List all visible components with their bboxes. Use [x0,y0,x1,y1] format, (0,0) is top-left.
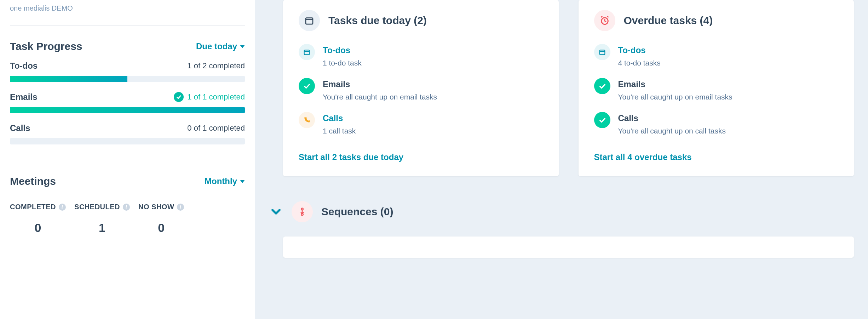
meetings-grid: COMPLETED i 0 SCHEDULED i 1 NO SHOW i 0 [10,203,245,235]
sequences-section-header: Sequences (0) [269,201,854,222]
chevron-down-icon[interactable] [269,205,283,219]
alarm-clock-icon [594,10,615,31]
progress-label: Calls [10,123,30,133]
task-line-emails: Emails You're all caught up on email tas… [299,78,543,101]
svg-rect-2 [304,50,310,55]
task-progress-filter-dropdown[interactable]: Due today [196,41,245,51]
sequences-icon [292,201,313,222]
meeting-col-value: 1 [74,221,130,235]
sidebar: one medialis DEMO Task Progress Due toda… [0,0,255,319]
progress-row-todos: To-dos 1 of 2 completed [10,61,245,82]
start-overdue-tasks-link[interactable]: Start all 4 overdue tasks [594,152,692,162]
todo-icon [594,44,610,60]
start-due-tasks-link[interactable]: Start all 2 tasks due today [299,152,403,162]
caret-down-icon [240,180,245,183]
meeting-col-head: NO SHOW i [138,203,184,211]
progress-status-text: 1 of 1 completed [187,92,245,102]
meeting-col-completed: COMPLETED i 0 [10,203,66,235]
task-label: Emails [323,79,437,89]
meetings-header: Meetings Monthly [10,175,245,187]
progress-status: 1 of 1 completed [174,92,245,102]
task-label-link[interactable]: To-dos [323,45,362,55]
meeting-col-head-text: SCHEDULED [74,203,120,211]
progress-status: 1 of 2 completed [187,61,245,70]
task-line-calls: Calls You're all caught up on call tasks [594,112,839,135]
card-header: Overdue tasks (4) [594,10,839,31]
card-title: Overdue tasks (4) [624,15,713,27]
svg-line-8 [607,16,608,17]
progress-row-calls: Calls 0 of 1 completed [10,123,245,144]
progress-label: To-dos [10,61,38,71]
task-subtext: 4 to-do tasks [618,59,661,67]
divider [10,25,245,25]
meeting-col-noshow: NO SHOW i 0 [138,203,184,235]
check-icon [594,78,610,94]
calendar-icon [299,10,320,31]
task-label: Calls [618,113,726,123]
sequences-title: Sequences (0) [321,206,393,218]
info-icon[interactable]: i [59,204,66,211]
task-subtext: 1 to-do task [323,59,362,67]
task-subtext: You're all caught up on email tasks [323,93,437,101]
meeting-col-head: SCHEDULED i [74,203,130,211]
task-line-todos: To-dos 1 to-do task [299,44,543,67]
progress-bar-fill [10,107,245,113]
check-circle-icon [174,92,184,102]
task-line-calls: Calls 1 call task [299,112,543,135]
task-line-emails: Emails You're all caught up on email tas… [594,78,839,101]
check-icon [299,78,315,94]
meeting-col-head-text: COMPLETED [10,203,56,211]
meeting-col-scheduled: SCHEDULED i 1 [74,203,130,235]
card-title: Tasks due today (2) [328,15,427,27]
task-label: Emails [618,79,732,89]
progress-bar [10,76,245,82]
card-overdue-tasks: Overdue tasks (4) To-dos 4 to-do tasks [579,0,854,176]
svg-rect-9 [599,50,605,55]
progress-row-emails: Emails 1 of 1 completed [10,92,245,113]
sequences-panel [283,237,854,258]
caret-down-icon [240,45,245,48]
meeting-col-head-text: NO SHOW [138,203,174,211]
info-icon[interactable]: i [177,204,184,211]
task-label-link[interactable]: Calls [323,113,356,123]
info-icon[interactable]: i [123,204,130,211]
task-line-todos: To-dos 4 to-do tasks [594,44,839,67]
meeting-col-value: 0 [10,221,66,235]
svg-line-7 [601,16,602,17]
meetings-filter-label: Monthly [205,176,237,186]
task-progress-header: Task Progress Due today [10,40,245,52]
task-progress-title: Task Progress [10,40,82,52]
progress-bar [10,107,245,113]
phone-icon [299,112,315,128]
task-subtext: You're all caught up on email tasks [618,93,732,101]
task-subtext: You're all caught up on call tasks [618,127,726,135]
meetings-filter-dropdown[interactable]: Monthly [205,176,245,186]
svg-line-6 [605,21,606,22]
svg-rect-0 [306,18,313,24]
progress-status: 0 of 1 completed [187,124,245,133]
progress-bar-fill [10,76,127,82]
meeting-col-head: COMPLETED i [10,203,66,211]
main-content: Tasks due today (2) To-dos 1 to-do task [255,0,868,319]
progress-label: Emails [10,92,37,102]
svg-point-11 [301,208,303,210]
todo-icon [299,44,315,60]
check-icon [594,112,610,128]
meetings-title: Meetings [10,175,56,187]
account-label: one medialis DEMO [10,0,245,25]
task-cards-row: Tasks due today (2) To-dos 1 to-do task [283,0,854,176]
task-subtext: 1 call task [323,127,356,135]
progress-bar [10,138,245,144]
task-progress-filter-label: Due today [196,41,237,51]
meeting-col-value: 0 [138,221,184,235]
task-label-link[interactable]: To-dos [618,45,661,55]
card-tasks-due-today: Tasks due today (2) To-dos 1 to-do task [283,0,559,176]
card-header: Tasks due today (2) [299,10,543,31]
divider [10,161,245,161]
